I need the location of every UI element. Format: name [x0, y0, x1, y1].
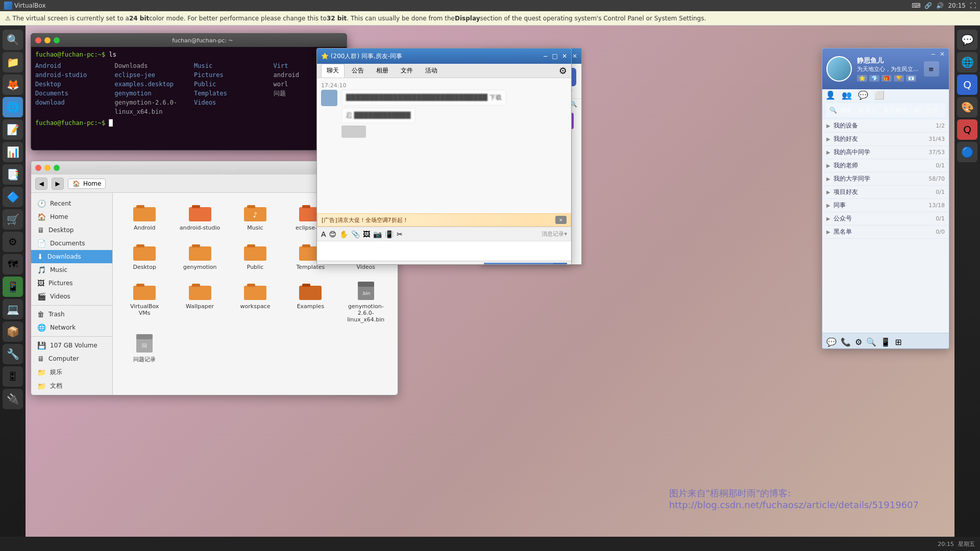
fm-sidebar-trash[interactable]: 🗑 Trash	[31, 308, 112, 321]
qq-close-btn[interactable]: ✕	[940, 51, 945, 58]
fm-item-wallpaper[interactable]: Wallpaper	[174, 278, 225, 326]
chat-history-link[interactable]: 消息记录▾	[542, 230, 567, 238]
qq-bottom-search-icon[interactable]: 🔍	[866, 337, 876, 347]
chat-tab-notice[interactable]: 公告	[347, 64, 369, 77]
fm-item-music[interactable]: ♪ Music	[230, 199, 281, 234]
terminal-max-btn[interactable]	[54, 37, 60, 43]
fm-sidebar-network[interactable]: 🌐 Network	[31, 321, 112, 334]
chat-tab-activity[interactable]: 活动	[420, 64, 443, 77]
qq-bottom-phone-icon[interactable]: 📞	[841, 337, 851, 347]
taskbar-writer[interactable]: 📝	[3, 119, 23, 140]
chat-tab-album[interactable]: 相册	[371, 64, 394, 77]
fm-sidebar-volume[interactable]: 💾 107 GB Volume	[31, 339, 112, 352]
taskbar-chrome[interactable]: 🌐	[3, 97, 23, 117]
fm-sidebar-downloads[interactable]: ⬇ Downloads	[31, 250, 112, 263]
qq-group-blacklist[interactable]: ▶ 黑名单 0/0	[822, 226, 949, 239]
fm-sidebar-computer[interactable]: 🖥 Computer	[31, 352, 112, 365]
taskbar-calc[interactable]: 📊	[3, 142, 23, 162]
qq-bottom-settings-icon[interactable]: ⚙	[855, 337, 862, 347]
right-icon-6[interactable]: 🔵	[957, 142, 977, 162]
fm-sidebar-home[interactable]: 🏠 Home	[31, 210, 112, 223]
chat-tool-font[interactable]: A	[321, 230, 326, 238]
qq-bottom-apps-icon[interactable]: 📱	[880, 337, 891, 347]
fm-item-examples[interactable]: Examples	[285, 278, 336, 326]
qq-search-bar[interactable]: 🔍 搜索：联系人、多人聊天、群、企业	[825, 103, 946, 117]
terminal-close-btn[interactable]	[35, 37, 41, 43]
fm-max-btn[interactable]	[54, 165, 60, 171]
qq-group-highschool[interactable]: ▶ 我的高中同学 37/53	[822, 146, 949, 159]
fm-sidebar-wendang[interactable]: 📁 文档	[31, 379, 112, 393]
right-icon-3[interactable]: Q	[957, 74, 977, 95]
qq-group-teacher[interactable]: ▶ 我的老师 0/1	[822, 159, 949, 172]
chat-tool-screenshot[interactable]: 📷	[373, 230, 382, 238]
chat-close-btn-main[interactable]: 关闭(C)	[484, 263, 519, 265]
fm-item-android-studio[interactable]: android-studio	[174, 199, 225, 234]
chat-max-btn[interactable]: □	[552, 53, 558, 60]
taskbar-studio[interactable]: 📱	[3, 277, 23, 297]
fm-location-bar[interactable]: 🏠 Home	[68, 179, 106, 189]
taskbar-settings[interactable]: ⚙	[3, 232, 23, 252]
chat-tool-gesture[interactable]: ✋	[339, 230, 348, 238]
taskbar-files[interactable]: 📁	[3, 52, 23, 72]
fm-item-vboxvms[interactable]: VirtualBox VMs	[119, 278, 170, 326]
fm-sidebar-videos[interactable]: 🎬 Videos	[31, 290, 112, 303]
chat-tab-chat[interactable]: 聊天	[321, 64, 345, 78]
right-icon-2[interactable]: 🌐	[957, 52, 977, 72]
fm-sidebar-documents[interactable]: 📄 Documents	[31, 237, 112, 250]
right-icon-5[interactable]: Q	[957, 119, 977, 140]
fm-item-genymotion-bin[interactable]: .bin genymotion-2.6.0-linux_x64.bin	[340, 278, 391, 326]
ad-close-btn[interactable]: ×	[555, 216, 567, 224]
taskbar-maps[interactable]: 🗺	[3, 254, 23, 274]
qq-group-coworkers[interactable]: ▶ 同事 13/18	[822, 199, 949, 212]
taskbar-misc1[interactable]: 🔧	[3, 344, 23, 364]
chat-tab-file[interactable]: 文件	[396, 64, 418, 77]
qq-group-public[interactable]: ▶ 公众号 0/1	[822, 212, 949, 226]
chat-send-btn-main[interactable]: 发送(S)	[519, 263, 554, 265]
fm-sidebar-music[interactable]: 🎵 Music	[31, 263, 112, 277]
chat-tool-image[interactable]: 🖼	[363, 230, 370, 238]
taskbar-misc2[interactable]: 🎛	[3, 366, 23, 387]
taskbar-firefox[interactable]: 🦊	[3, 74, 23, 95]
fm-sidebar-desktop[interactable]: 🖥 Desktop	[31, 223, 112, 237]
terminal-min-btn[interactable]	[44, 37, 51, 43]
fm-item-wentijilu[interactable]: 问 问题记录	[119, 330, 170, 366]
fm-item-genymotion[interactable]: genymotion	[174, 238, 225, 273]
chat-tool-more[interactable]: ✂	[397, 230, 403, 238]
qq-apps-icon[interactable]: ⬜	[874, 90, 885, 100]
chat-input-field[interactable]	[317, 241, 571, 261]
taskbar-misc3[interactable]: 🔌	[3, 389, 23, 409]
chat-min-btn[interactable]: −	[543, 53, 548, 60]
chat-tool-shake[interactable]: 📳	[385, 230, 394, 238]
qq-min-btn[interactable]: −	[930, 51, 936, 58]
vbox-maximize-btn[interactable]: ⛶	[970, 2, 976, 9]
group-sidebar-close[interactable]: ✕	[572, 53, 577, 60]
fm-item-public[interactable]: Public	[230, 238, 281, 273]
taskbar-impress[interactable]: 📑	[3, 164, 23, 185]
right-icon-4[interactable]: 🎨	[957, 97, 977, 117]
qq-bottom-chat-icon[interactable]: 💬	[826, 337, 837, 347]
chat-tool-attach[interactable]: 📎	[351, 230, 360, 238]
qq-bottom-grid-icon[interactable]: ⊞	[895, 337, 901, 347]
qq-contact-icon[interactable]: 👤	[825, 90, 836, 100]
fm-item-workspace[interactable]: workspace	[230, 278, 281, 326]
qq-discuss-icon[interactable]: 💬	[858, 90, 868, 100]
taskbar-terminal[interactable]: 💻	[3, 299, 23, 319]
qq-group-university[interactable]: ▶ 我的大学同学 58/70	[822, 172, 949, 186]
fm-item-android[interactable]: Android	[119, 199, 170, 234]
right-icon-1[interactable]: 💬	[957, 30, 977, 50]
chat-send-dropdown[interactable]: ▼	[554, 263, 567, 265]
fm-back-btn[interactable]: ◀	[35, 178, 47, 190]
chat-tool-emoji[interactable]: 😊	[329, 230, 337, 238]
fm-sidebar-recent[interactable]: 🕐 Recent	[31, 197, 112, 210]
fm-item-desktop[interactable]: Desktop	[119, 238, 170, 273]
qq-group-devices[interactable]: ▶ 我的设备 1/2	[822, 119, 949, 133]
taskbar-sublime[interactable]: 🔷	[3, 187, 23, 207]
chat-close-btn[interactable]: ✕	[562, 53, 567, 60]
fm-close-btn[interactable]	[35, 165, 41, 171]
fm-forward-btn[interactable]: ▶	[52, 178, 64, 190]
fm-sidebar-pictures[interactable]: 🖼 Pictures	[31, 277, 112, 290]
taskbar-amazon[interactable]: 🛒	[3, 209, 23, 230]
chat-settings-icon[interactable]: ⚙	[559, 65, 567, 76]
qq-group-friends[interactable]: ▶ 我的好友 31/43	[822, 133, 949, 146]
fm-sidebar-ruanjian[interactable]: 📁 软件	[31, 393, 112, 395]
